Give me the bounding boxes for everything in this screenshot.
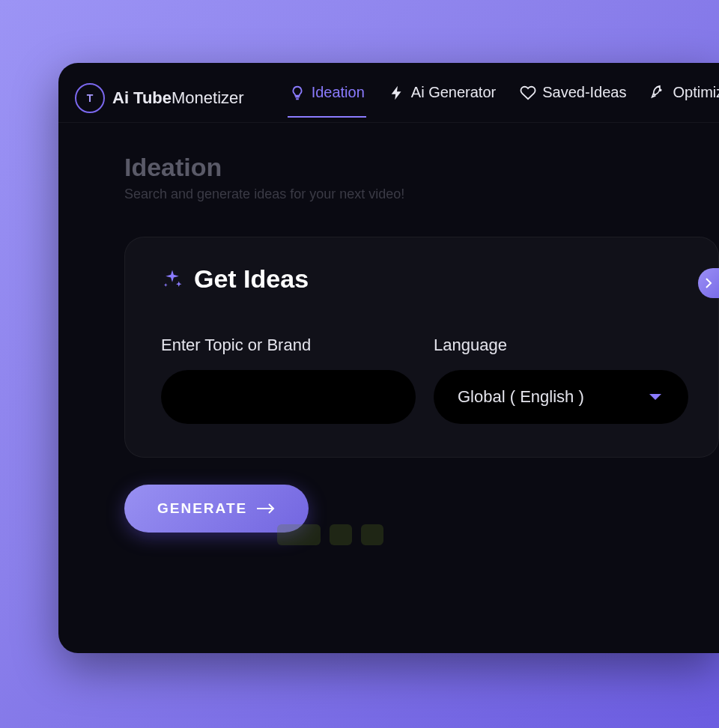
background-tiles: [277, 524, 383, 545]
content: Ideation Search and generate ideas for y…: [58, 123, 719, 533]
language-select[interactable]: Global ( English ): [434, 370, 688, 424]
topic-input[interactable]: [161, 370, 416, 424]
rocket-icon: [650, 85, 667, 101]
topic-label: Enter Topic or Brand: [161, 336, 416, 355]
language-value: Global ( English ): [458, 387, 584, 407]
topbar: T Ai TubeMonetizer Ideation Ai Generator…: [58, 63, 719, 123]
language-label: Language: [434, 336, 688, 355]
topic-field: Enter Topic or Brand: [161, 336, 416, 424]
nav-label: Optimiz: [673, 84, 719, 101]
card-title: Get Ideas: [194, 264, 309, 294]
lightbulb-icon: [289, 85, 306, 101]
get-ideas-card: Get Ideas Enter Topic or Brand Language …: [124, 237, 719, 458]
nav-ideation[interactable]: Ideation: [288, 78, 366, 118]
chevron-down-icon: [649, 394, 661, 400]
generate-label: GENERATE: [157, 500, 247, 517]
nav-generator[interactable]: Ai Generator: [387, 78, 497, 118]
page-subtitle: Search and generate ideas for your next …: [124, 186, 719, 202]
nav-optimize[interactable]: Optimiz: [649, 78, 719, 118]
arrow-right-icon: [256, 502, 276, 515]
nav-saved[interactable]: Saved-Ideas: [518, 78, 628, 118]
sparkle-icon: [161, 268, 183, 291]
bolt-icon: [389, 85, 405, 101]
nav-label: Saved-Ideas: [542, 84, 626, 101]
page-title: Ideation: [124, 153, 719, 182]
nav-label: Ai Generator: [411, 84, 496, 101]
logo[interactable]: T Ai TubeMonetizer: [75, 83, 244, 113]
language-field: Language Global ( English ): [434, 336, 688, 424]
chevron-right-icon: [705, 277, 712, 289]
nav-label: Ideation: [312, 84, 365, 101]
logo-mark-icon: T: [75, 83, 105, 113]
app-window: T Ai TubeMonetizer Ideation Ai Generator…: [58, 63, 719, 653]
logo-text: Ai TubeMonetizer: [112, 88, 244, 108]
heart-icon: [520, 85, 536, 101]
